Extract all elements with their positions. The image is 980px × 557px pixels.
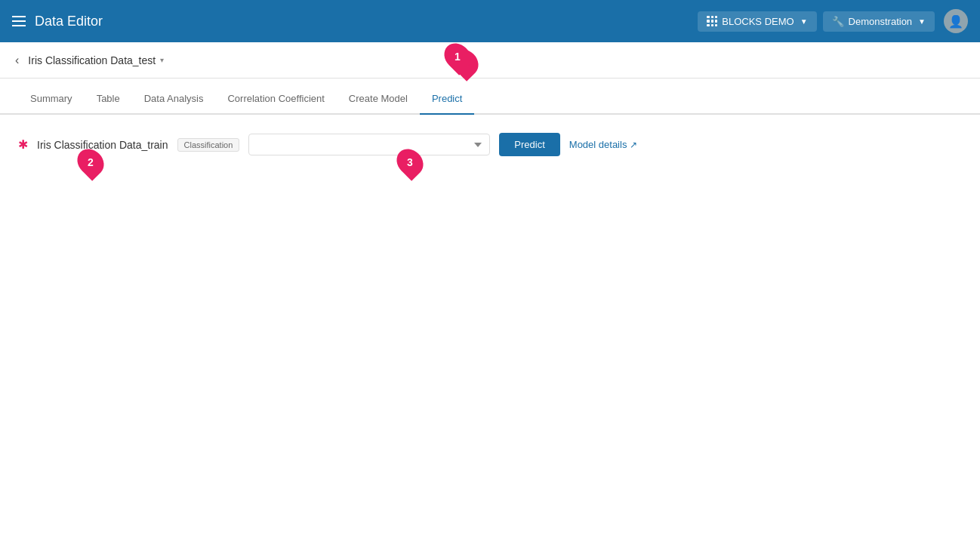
demonstration-button[interactable]: 🔧 Demonstration ▼ [823,11,935,32]
demonstration-chevron-icon: ▼ [918,17,926,26]
chevron-left-icon: ‹ [15,54,19,66]
tabs-container: 1 Summary Table Data Analysis Correlatio… [0,78,980,115]
model-select-dropdown[interactable] [248,134,490,155]
tab-summary[interactable]: Summary [18,84,85,115]
app-title: Data Editor [35,14,103,29]
blocks-demo-label: BLOCKS DEMO [722,16,794,27]
model-row: ✱ Iris Classification Data_train Classif… [18,127,962,162]
app-header: Data Editor BLOCKS DEMO ▼ 🔧 Demonstratio… [0,0,980,42]
hamburger-menu-icon[interactable] [12,16,26,26]
blocks-demo-chevron-icon: ▼ [800,17,808,26]
main-content: 1 ✱ Iris Classification Data_train Class… [0,115,980,557]
avatar-icon: 👤 [948,14,963,29]
dataset-title-container: Iris Classification Data_test ▾ [28,54,164,66]
external-link-icon: ↗ [630,140,637,150]
tab-correlation-coefficient[interactable]: Correlation Coefficient [215,84,336,115]
wrench-icon: 🔧 [832,16,844,27]
tab-create-model[interactable]: Create Model [337,84,420,115]
dataset-dropdown-icon[interactable]: ▾ [160,56,164,64]
model-details-link[interactable]: Model details ↗ [569,139,638,150]
blocks-demo-button[interactable]: BLOCKS DEMO ▼ [698,11,816,32]
tab-table[interactable]: Table [85,84,132,115]
classification-badge: Classification [177,138,240,152]
sub-header: ‹ Iris Classification Data_test ▾ [0,42,980,78]
model-icon: ✱ [18,137,28,152]
back-button[interactable]: ‹ [12,51,22,70]
predict-button[interactable]: Predict [499,133,559,156]
model-row-container: ✱ Iris Classification Data_train Classif… [18,127,962,162]
model-name: Iris Classification Data_train [37,139,168,151]
tab-predict[interactable]: Predict [420,84,474,115]
demonstration-label: Demonstration [849,16,913,27]
tab-data-analysis[interactable]: Data Analysis [132,84,216,115]
dataset-title-text: Iris Classification Data_test [28,54,156,66]
avatar[interactable]: 👤 [944,9,968,33]
grid-icon [707,16,717,26]
